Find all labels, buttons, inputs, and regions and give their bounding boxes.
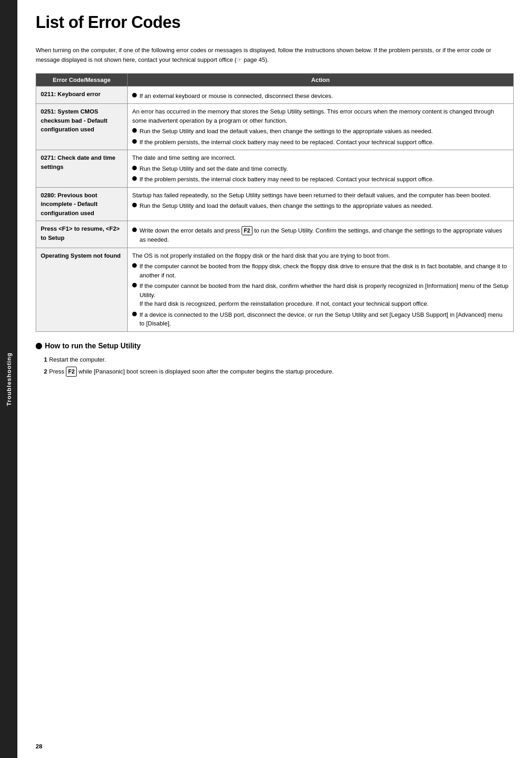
page-title: List of Error Codes (36, 13, 514, 32)
how-to-step-0: 1Restart the computer. (44, 355, 514, 365)
bullet-item: Run the Setup Utility and load the defau… (132, 127, 509, 136)
sidebar: Troubleshooting (0, 0, 17, 758)
table-row-action-2: The date and time setting are incorrect.… (128, 150, 514, 188)
bullet-text: Run the Setup Utility and load the defau… (140, 127, 433, 136)
bullet-text: If the computer cannot be booted from th… (140, 282, 509, 309)
bullet-item: If an external keyboard or mouse is conn… (132, 92, 509, 101)
table-row-error-code-3: 0280: Previous boot incomplete - Default… (36, 187, 128, 221)
col2-header: Action (128, 73, 514, 86)
bullet-dot (132, 93, 137, 97)
bullet-text: If a device is connected to the USB port… (140, 310, 509, 328)
table-row-action-0: If an external keyboard or mouse is conn… (128, 86, 514, 104)
bullet-text: Run the Setup Utility and load the defau… (140, 201, 433, 211)
step-num: 2 (44, 368, 47, 375)
table-row-error-code-5: Operating System not found (36, 248, 128, 331)
bullet-item: If a device is connected to the USB port… (132, 310, 509, 328)
bullet-dot (132, 203, 137, 207)
table-row-action-4: Write down the error details and press F… (128, 221, 514, 248)
bullet-dot (132, 128, 137, 133)
section-bullet (36, 343, 42, 349)
bullet-dot (132, 166, 137, 170)
page-wrapper: Troubleshooting List of Error Codes When… (0, 0, 532, 758)
table-row-error-code-0: 0211: Keyboard error (36, 86, 128, 104)
how-to-section-title: How to run the Setup Utility (36, 342, 514, 350)
bullet-text: If an external keyboard or mouse is conn… (140, 92, 333, 101)
table-row-action-3: Startup has failed repeatedly, so the Se… (128, 187, 514, 221)
bullet-item: If the computer cannot be booted from th… (132, 282, 509, 309)
bullet-text: If the computer cannot be booted from th… (140, 262, 509, 280)
step-num: 1 (44, 356, 47, 363)
bullet-item: If the problem persists, the internal cl… (132, 175, 509, 184)
bullet-text: If the problem persists, the internal cl… (140, 138, 434, 147)
bullet-dot (132, 227, 137, 232)
bullet-dot (132, 176, 137, 181)
how-to-list: 1Restart the computer.2Press F2 while [P… (44, 355, 514, 377)
table-row-action-5: The OS is not properly installed on the … (128, 248, 514, 331)
page-number: 28 (36, 743, 42, 750)
bullet-text: Write down the error details and press F… (140, 226, 509, 244)
main-content: List of Error Codes When turning on the … (17, 0, 532, 758)
bullet-dot (132, 312, 137, 316)
intro-text: When turning on the computer, if one of … (36, 46, 514, 65)
bullet-text: If the problem persists, the internal cl… (140, 175, 434, 184)
bullet-dot (132, 139, 137, 144)
bullet-text: Run the Setup Utility and set the date a… (140, 164, 288, 173)
f2-key: F2 (242, 226, 253, 235)
bullet-item: If the problem persists, the internal cl… (132, 138, 509, 147)
error-table: Error Code/Message Action 0211: Keyboard… (36, 73, 514, 332)
bullet-item: Write down the error details and press F… (132, 226, 509, 244)
bullet-item: Run the Setup Utility and set the date a… (132, 164, 509, 173)
bullet-item: Run the Setup Utility and load the defau… (132, 201, 509, 211)
f2-key: F2 (66, 367, 77, 377)
how-to-step-1: 2Press F2 while [Panasonic] boot screen … (44, 367, 514, 377)
table-row-error-code-4: Press <F1> to resume, <F2> to Setup (36, 221, 128, 248)
bullet-dot (132, 263, 137, 268)
bullet-item: If the computer cannot be booted from th… (132, 262, 509, 280)
how-to-title-text: How to run the Setup Utility (45, 342, 141, 350)
bullet-dot (132, 283, 137, 287)
table-row-error-code-1: 0251: System CMOS checksum bad - Default… (36, 104, 128, 150)
sidebar-label: Troubleshooting (5, 352, 12, 406)
col1-header: Error Code/Message (36, 73, 128, 86)
table-row-error-code-2: 0271: Check date and time settings (36, 150, 128, 188)
table-row-action-1: An error has occurred in the memory that… (128, 104, 514, 150)
